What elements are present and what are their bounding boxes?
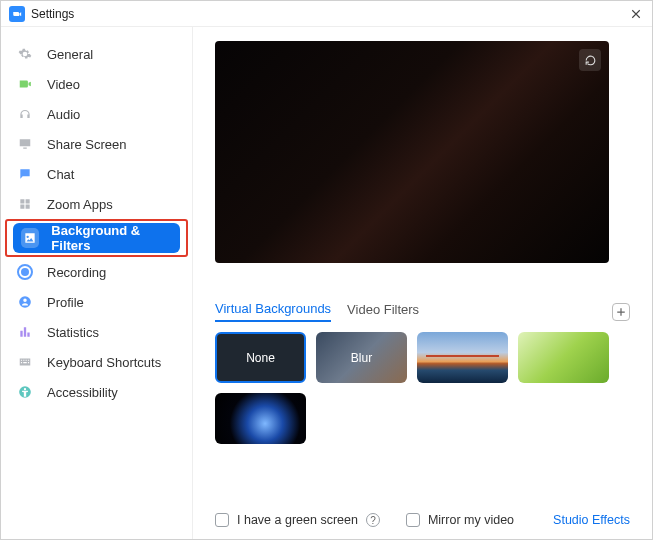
apps-icon	[15, 194, 35, 214]
bg-thumb-label: Blur	[351, 351, 372, 365]
mirror-video-label: Mirror my video	[428, 513, 514, 527]
gear-icon	[15, 44, 35, 64]
chat-icon	[15, 164, 35, 184]
sidebar-item-label: Video	[47, 77, 80, 92]
video-icon	[15, 74, 35, 94]
video-preview	[215, 41, 609, 263]
sidebar-item-label: General	[47, 47, 93, 62]
tab-virtual-backgrounds[interactable]: Virtual Backgrounds	[215, 301, 331, 322]
sidebar-item-label: Statistics	[47, 325, 99, 340]
studio-effects-link[interactable]: Studio Effects	[553, 513, 630, 527]
settings-sidebar: General Video Audio Share Screen Chat Zo	[1, 27, 193, 539]
sidebar-item-background-filters[interactable]: Background & Filters	[13, 223, 180, 253]
sidebar-item-label: Audio	[47, 107, 80, 122]
green-screen-label: I have a green screen	[237, 513, 358, 527]
sidebar-item-keyboard-shortcuts[interactable]: Keyboard Shortcuts	[1, 347, 192, 377]
settings-content: Virtual Backgrounds Video Filters None B…	[193, 27, 652, 539]
statistics-icon	[15, 322, 35, 342]
accessibility-icon	[15, 382, 35, 402]
mirror-video-checkbox[interactable]	[406, 513, 420, 527]
sidebar-item-statistics[interactable]: Statistics	[1, 317, 192, 347]
sidebar-item-zoom-apps[interactable]: Zoom Apps	[1, 189, 192, 219]
sidebar-item-general[interactable]: General	[1, 39, 192, 69]
add-background-button[interactable]	[612, 303, 630, 321]
bg-thumb-earth[interactable]	[215, 393, 306, 444]
sidebar-item-label: Zoom Apps	[47, 197, 113, 212]
sidebar-item-audio[interactable]: Audio	[1, 99, 192, 129]
sidebar-item-recording[interactable]: Recording	[1, 257, 192, 287]
bg-thumb-grass[interactable]	[518, 332, 609, 383]
keyboard-icon	[15, 352, 35, 372]
zoom-app-icon	[9, 6, 25, 22]
sidebar-item-accessibility[interactable]: Accessibility	[1, 377, 192, 407]
background-thumbnails: None Blur	[215, 332, 630, 444]
sidebar-item-label: Recording	[47, 265, 106, 280]
sidebar-item-share-screen[interactable]: Share Screen	[1, 129, 192, 159]
sidebar-item-label: Share Screen	[47, 137, 127, 152]
recording-icon	[15, 262, 35, 282]
green-screen-help-icon[interactable]: ?	[366, 513, 380, 527]
sidebar-item-chat[interactable]: Chat	[1, 159, 192, 189]
profile-icon	[15, 292, 35, 312]
bg-thumb-label: None	[246, 351, 275, 365]
sidebar-item-label: Background & Filters	[51, 223, 172, 253]
green-screen-checkbox[interactable]	[215, 513, 229, 527]
sidebar-active-highlight: Background & Filters	[5, 219, 188, 257]
sidebar-item-profile[interactable]: Profile	[1, 287, 192, 317]
sidebar-item-label: Accessibility	[47, 385, 118, 400]
bg-thumb-golden-gate[interactable]	[417, 332, 508, 383]
tab-video-filters[interactable]: Video Filters	[347, 302, 419, 321]
close-button[interactable]	[628, 6, 644, 22]
bg-thumb-none[interactable]: None	[215, 332, 306, 383]
sidebar-item-video[interactable]: Video	[1, 69, 192, 99]
sidebar-item-label: Chat	[47, 167, 74, 182]
headphones-icon	[15, 104, 35, 124]
share-screen-icon	[15, 134, 35, 154]
rotate-camera-button[interactable]	[579, 49, 601, 71]
sidebar-item-label: Keyboard Shortcuts	[47, 355, 161, 370]
bg-thumb-blur[interactable]: Blur	[316, 332, 407, 383]
window-title: Settings	[31, 7, 74, 21]
sidebar-item-label: Profile	[47, 295, 84, 310]
background-icon	[21, 228, 39, 248]
